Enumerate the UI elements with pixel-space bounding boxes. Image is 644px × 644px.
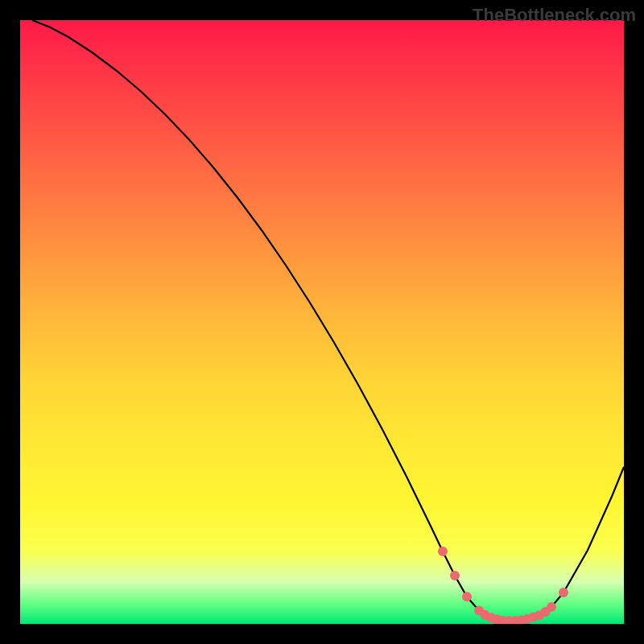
marker-dot: [462, 592, 472, 601]
watermark-text: TheBottleneck.com: [473, 5, 636, 26]
curve-markers: [438, 547, 568, 624]
marker-dot: [547, 602, 556, 612]
marker-dot: [450, 571, 460, 580]
curve-line: [32, 20, 624, 621]
chart-svg: [20, 20, 624, 624]
marker-dot: [559, 588, 568, 597]
plot-area: [20, 20, 624, 624]
marker-dot: [438, 547, 448, 556]
